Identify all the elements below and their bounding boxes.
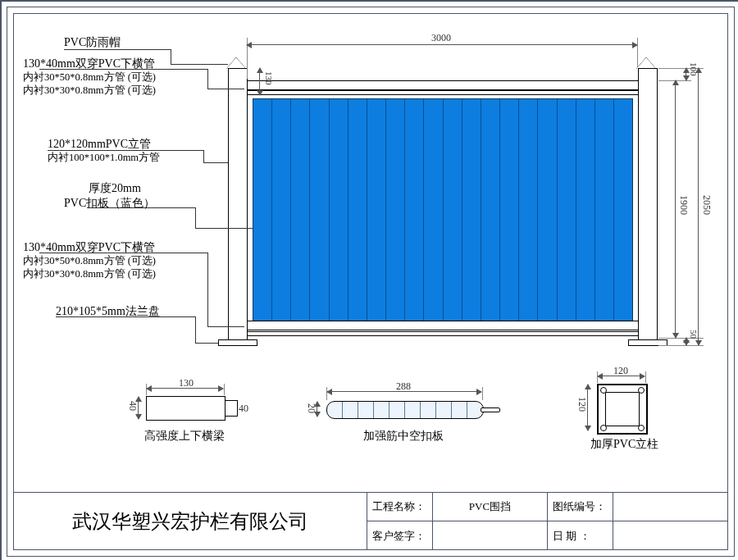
dim-top-gap-val: 130 <box>264 71 274 85</box>
rain-cap-right <box>636 57 656 69</box>
lbl-liner-b2: 内衬30*30*0.8mm方管 (可选) <box>23 267 156 282</box>
lbl-thickness: 厚度20mm <box>89 180 141 197</box>
leader <box>195 228 253 229</box>
lbl-post: 120*120mmPVC立管 <box>48 136 151 153</box>
signature-lbl: 客户签字： <box>367 521 433 550</box>
leader <box>207 253 208 326</box>
dim-cb-h-val: 40 <box>126 401 139 411</box>
dim-base-h <box>686 338 686 345</box>
dim-panel-h-val: 1900 <box>677 195 690 215</box>
lbl-post-liner: 内衬100*100*1.0mm方管 <box>48 151 160 166</box>
ext-line <box>482 387 483 400</box>
leader <box>207 69 208 89</box>
post-right <box>638 68 658 340</box>
dim-total-h <box>698 68 699 345</box>
dim-cb-h2-val: 40 <box>239 403 248 415</box>
leader <box>195 207 196 228</box>
dim-panel-h <box>675 80 676 338</box>
leader <box>171 49 171 64</box>
company-name: 武汉华塑兴宏护栏有限公司 <box>72 508 308 535</box>
dim-cb-w-val: 130 <box>179 377 194 389</box>
dim-total-h-val: 2050 <box>700 195 713 215</box>
bottom-rail-b <box>247 331 639 336</box>
flange-left <box>218 339 257 346</box>
ext-line <box>645 371 646 383</box>
post-section <box>597 384 648 435</box>
lbl-top-rail: 130*40mm双穿PVC下横管 <box>23 56 155 72</box>
crossbeam-profile <box>146 396 226 421</box>
crossbeam-stub <box>225 400 238 417</box>
lbl-liner-a2: 内衬30*50*0.8mm方管 (可选) <box>23 254 156 269</box>
dim-width-val: 3000 <box>431 32 451 44</box>
lbl-panel-detail: 加强筋中空扣板 <box>363 428 444 444</box>
title-grid: 工程名称： PVC围挡 图纸编号： 客户签字： 日 期 ： <box>367 493 728 550</box>
drawing-sheet: 3000 130 100 1900 2050 50 PVC防雨帽 130*40m… <box>0 0 738 560</box>
leader <box>195 316 196 343</box>
title-block: 武汉华塑兴宏护栏有限公司 工程名称： PVC围挡 图纸编号： 客户签字： 日 期… <box>13 492 728 550</box>
leader <box>207 89 244 89</box>
top-rail-b <box>247 90 639 95</box>
bottom-rail <box>247 321 639 330</box>
drawing-lbl: 图纸编号： <box>548 493 613 521</box>
panel-profile <box>326 401 484 419</box>
lbl-panel-type: PVC扣板（蓝色） <box>64 195 155 212</box>
lbl-liner-b1: 内衬30*30*0.8mm方管 (可选) <box>23 84 156 98</box>
drawing-area: 3000 130 100 1900 2050 50 PVC防雨帽 130*40m… <box>23 23 718 480</box>
lbl-liner-a1: 内衬30*50*0.8mm方管 (可选) <box>23 71 156 85</box>
dim-pnl-h-val: 20 <box>305 403 317 413</box>
dim-base-h-val: 50 <box>689 330 699 339</box>
drawing-val <box>613 493 728 521</box>
leader <box>207 326 244 327</box>
lbl-flange: 210*105*5mm法兰盘 <box>56 303 160 320</box>
lbl-rain-cap: PVC防雨帽 <box>64 34 121 51</box>
top-rail <box>247 80 639 90</box>
dim-width <box>247 44 637 45</box>
dim-pnl-w-val: 288 <box>396 380 411 393</box>
lbl-post-detail: 加厚PVC立柱 <box>590 436 658 453</box>
date-val <box>613 521 728 550</box>
rain-cap-left <box>226 57 246 69</box>
project-val: PVC围挡 <box>433 493 548 521</box>
dim-pst-w-val: 120 <box>613 365 628 377</box>
panel-rod <box>481 407 500 412</box>
blue-panel <box>253 98 633 321</box>
project-lbl: 工程名称： <box>367 493 433 521</box>
signature-val <box>433 521 548 550</box>
lbl-bottom-rail: 130*40mm双穿PVC下横管 <box>23 239 155 256</box>
dim-post-top <box>686 68 686 80</box>
dim-pst-h-val: 120 <box>576 397 588 412</box>
date-lbl: 日 期 ： <box>548 521 613 550</box>
leader <box>203 162 228 163</box>
leader <box>195 343 218 344</box>
lbl-crossbeam: 高强度上下横梁 <box>144 428 225 444</box>
post-left <box>228 68 248 340</box>
leader <box>171 64 228 65</box>
leader <box>203 150 204 162</box>
dim-top-gap <box>259 68 260 95</box>
ext-line <box>224 384 225 395</box>
